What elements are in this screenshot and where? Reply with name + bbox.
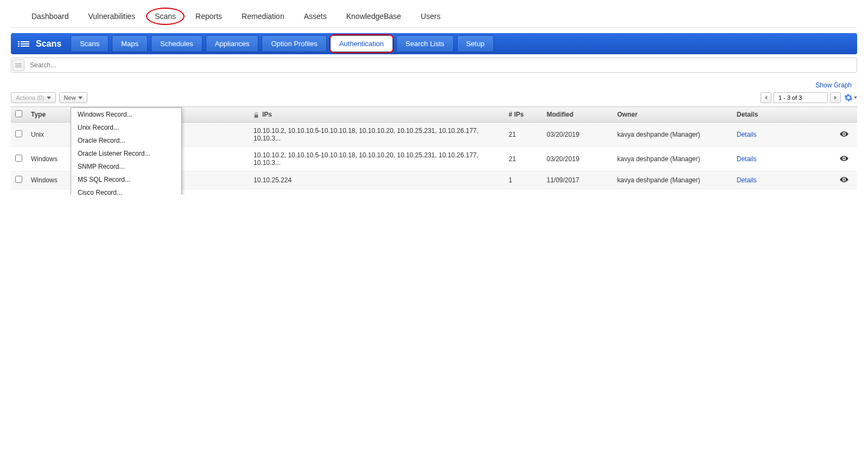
eye-icon[interactable] — [840, 156, 848, 161]
search-bar — [11, 58, 857, 73]
top-navigation: DashboardVulnerabilitiesScansReportsReme… — [11, 5, 857, 28]
topnav-item-knowledgebase[interactable]: KnowledgeBase — [337, 5, 411, 27]
search-input[interactable] — [28, 59, 856, 71]
cell-owner: kavya deshpande (Manager) — [613, 147, 732, 171]
menu-item-windows-record[interactable]: Windows Record... — [71, 108, 181, 121]
tab-search-lists[interactable]: Search Lists — [396, 35, 454, 52]
select-all-checkbox[interactable] — [15, 110, 22, 117]
tab-authentication[interactable]: Authentication — [330, 35, 393, 52]
show-graph-link[interactable]: Show Graph — [815, 81, 852, 89]
menu-item-oracle-listener-record[interactable]: Oracle Listener Record... — [71, 147, 181, 160]
cell-ips: 10.10.25.224 — [249, 171, 504, 189]
cell-owner: kavya deshpande (Manager) — [613, 171, 732, 189]
topnav-item-scans[interactable]: Scans — [145, 5, 186, 27]
row-checkbox[interactable] — [15, 130, 22, 137]
eye-icon[interactable] — [840, 131, 848, 137]
col-owner: Owner — [613, 107, 732, 123]
cell-modified: 11/09/2017 — [542, 171, 613, 189]
menu-item-unix-record[interactable]: Unix Record... — [71, 121, 181, 134]
pager-prev-button[interactable] — [761, 92, 771, 103]
topnav-item-remediation[interactable]: Remediation — [232, 5, 294, 27]
section-tab-bar: Scans ScansMapsSchedulesAppliancesOption… — [11, 33, 857, 54]
cell-modified: 03/20/2019 — [542, 147, 613, 171]
topnav-item-reports[interactable]: Reports — [186, 5, 232, 27]
row-checkbox[interactable] — [15, 176, 22, 183]
topnav-item-users[interactable]: Users — [411, 5, 451, 27]
cell-ips: 10.10.10.2, 10.10.10.5-10.10.10.18, 10.1… — [249, 123, 504, 147]
list-icon — [21, 40, 31, 48]
menu-item-cisco-record[interactable]: Cisco Record... — [71, 186, 181, 195]
section-title: Scans — [36, 39, 61, 49]
pager-range-input[interactable] — [774, 92, 828, 103]
tab-maps[interactable]: Maps — [112, 35, 148, 52]
tab-option-profiles[interactable]: Option Profiles — [262, 35, 326, 52]
cell-count: 21 — [504, 147, 542, 171]
menu-item-ms-sql-record[interactable]: MS SQL Record... — [71, 173, 181, 186]
details-link[interactable]: Details — [737, 176, 757, 184]
tab-schedules[interactable]: Schedules — [151, 35, 202, 52]
menu-item-snmp-record[interactable]: SNMP Record... — [71, 160, 181, 173]
search-lines-icon[interactable] — [12, 59, 24, 71]
new-button[interactable]: New — [59, 92, 87, 103]
topnav-item-dashboard[interactable]: Dashboard — [22, 5, 79, 27]
cell-ips: 10.10.10.2, 10.10.10.5-10.10.10.18, 10.1… — [249, 147, 504, 171]
topnav-item-vulnerabilities[interactable]: Vulnerabilities — [79, 5, 145, 27]
cell-count: 1 — [504, 171, 542, 189]
lock-icon — [254, 112, 259, 118]
col-modified: Modified — [542, 107, 613, 123]
section-label: Scans — [13, 36, 69, 52]
table-toolbar: Actions (0) New — [11, 92, 857, 103]
tab-appliances[interactable]: Appliances — [206, 35, 259, 52]
details-link[interactable]: Details — [737, 131, 757, 138]
eye-icon[interactable] — [840, 177, 848, 182]
settings-gear-button[interactable] — [844, 93, 857, 102]
actions-button[interactable]: Actions (0) — [11, 92, 56, 103]
new-dropdown-menu: Windows Record...Unix Record...Oracle Re… — [71, 107, 182, 195]
pager-next-button[interactable] — [830, 92, 841, 103]
pager — [761, 92, 841, 103]
cell-count: 21 — [504, 123, 542, 147]
topnav-item-assets[interactable]: Assets — [294, 5, 337, 27]
row-checkbox[interactable] — [15, 155, 22, 162]
menu-item-oracle-record[interactable]: Oracle Record... — [71, 134, 181, 147]
col-count: # IPs — [504, 107, 542, 123]
col-ips: IPs — [249, 107, 504, 123]
details-link[interactable]: Details — [737, 155, 757, 163]
tab-setup[interactable]: Setup — [457, 35, 494, 52]
cell-owner: kavya deshpande (Manager) — [613, 123, 732, 147]
col-details: Details — [732, 107, 835, 123]
cell-modified: 03/20/2019 — [542, 123, 613, 147]
tab-scans[interactable]: Scans — [71, 35, 109, 52]
